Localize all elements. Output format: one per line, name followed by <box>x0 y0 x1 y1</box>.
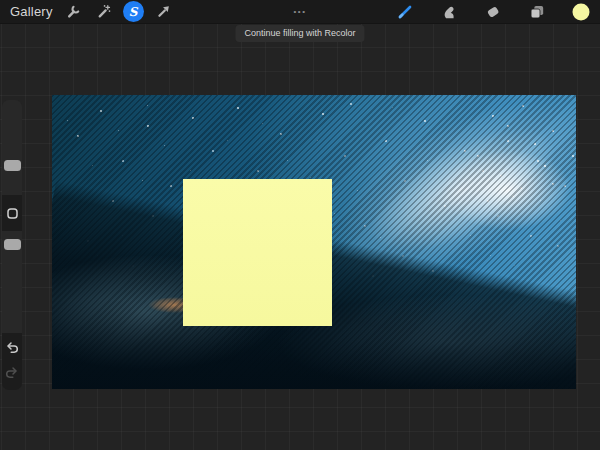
square-icon <box>6 207 19 220</box>
color-swatch <box>572 3 590 21</box>
layers-button[interactable] <box>526 1 548 23</box>
adjustments-button[interactable] <box>93 1 115 23</box>
transform-button[interactable] <box>153 1 175 23</box>
toolbar-left-group: Gallery S <box>0 0 175 23</box>
selection-button[interactable]: S <box>123 1 145 23</box>
gallery-button[interactable]: Gallery <box>10 4 55 19</box>
smudge-finger-icon <box>441 4 457 20</box>
yellow-fill-rectangle[interactable] <box>183 179 332 326</box>
canvas-options-dots[interactable]: ••• <box>294 0 307 23</box>
artwork-canvas[interactable] <box>52 95 576 389</box>
modify-button[interactable] <box>2 195 22 231</box>
brush-size-slider[interactable] <box>2 100 22 195</box>
magic-wand-icon <box>96 4 111 19</box>
opacity-slider-handle[interactable] <box>4 239 21 250</box>
toolbar-right-group <box>394 0 600 23</box>
arrow-cursor-icon <box>156 4 171 19</box>
top-toolbar: Gallery S <box>0 0 600 24</box>
selection-active-circle: S <box>123 1 144 22</box>
procreate-window: Gallery S <box>0 0 600 450</box>
layers-icon <box>529 4 545 20</box>
erase-button[interactable] <box>482 1 504 23</box>
selection-s-icon: S <box>129 5 138 17</box>
brush-icon <box>397 4 413 20</box>
undo-button[interactable] <box>5 340 19 358</box>
wrench-icon <box>66 4 81 19</box>
redo-button[interactable] <box>5 365 19 383</box>
tooltip-text: Continue filling with Recolor <box>244 28 355 38</box>
smudge-button[interactable] <box>438 1 460 23</box>
sidebar <box>2 100 22 390</box>
eraser-icon <box>485 4 501 20</box>
redo-arrow-icon <box>5 365 19 379</box>
actions-button[interactable] <box>63 1 85 23</box>
undo-arrow-icon <box>5 340 19 354</box>
paint-button[interactable] <box>394 1 416 23</box>
tooltip: Continue filling with Recolor <box>235 25 364 42</box>
size-slider-handle[interactable] <box>4 160 21 171</box>
color-button[interactable] <box>570 1 592 23</box>
